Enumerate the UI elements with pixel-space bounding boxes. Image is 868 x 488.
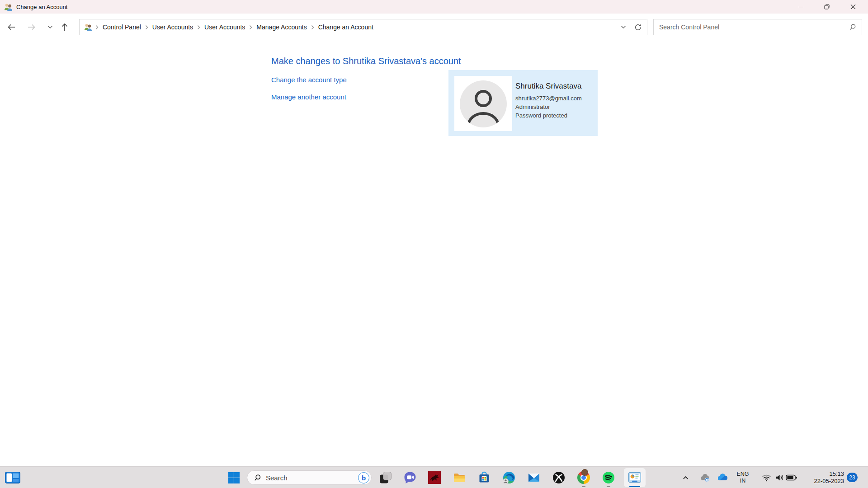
taskbar-app-xbox[interactable]	[550, 469, 568, 487]
chat-icon	[403, 471, 417, 484]
breadcrumb-chevron-icon	[249, 25, 252, 30]
language-indicator[interactable]: ENG IN	[734, 469, 751, 487]
avatar	[460, 80, 507, 127]
back-button[interactable]	[4, 20, 19, 34]
account-protection: Password protected	[515, 111, 596, 120]
restore-button[interactable]	[816, 0, 837, 14]
bing-icon[interactable]: b	[358, 472, 369, 483]
taskbar-app-chrome[interactable]	[575, 469, 593, 487]
close-button[interactable]	[843, 0, 863, 14]
start-button[interactable]	[225, 469, 243, 487]
taskbar-app-control-panel[interactable]	[624, 468, 646, 487]
search-icon[interactable]	[849, 23, 856, 31]
taskbar: Search b	[0, 466, 868, 488]
taskbar-search-label: Search	[266, 474, 358, 482]
clock-time: 15:13	[802, 470, 844, 478]
msi-dragon-icon	[428, 471, 441, 484]
address-bar[interactable]: Control Panel User Accounts User Account…	[79, 19, 647, 35]
account-role: Administrator	[515, 103, 596, 111]
titlebar: Change an Account	[0, 0, 868, 14]
avatar-box	[454, 76, 512, 131]
chrome-running-indicator	[582, 486, 585, 487]
taskbar-app-microsoft-store[interactable]	[475, 469, 493, 487]
taskbar-app-chat[interactable]	[401, 469, 419, 487]
account-email: shrutika2773@gmail.com	[515, 94, 596, 103]
taskbar-app-task-view[interactable]	[377, 469, 395, 487]
language-bottom: IN	[740, 478, 746, 484]
breadcrumb-user-accounts-1[interactable]: User Accounts	[151, 23, 194, 32]
tray-hidden-icons-chevron[interactable]	[679, 469, 692, 487]
file-explorer-icon	[453, 471, 466, 484]
control-panel-active-indicator	[629, 486, 640, 487]
widgets-icon	[5, 472, 20, 483]
notification-count-badge[interactable]: 23	[847, 473, 858, 482]
edge-icon	[502, 471, 516, 484]
user-accounts-icon	[4, 3, 13, 11]
breadcrumb-chevron-icon	[311, 25, 314, 30]
breadcrumb-app-icon	[84, 23, 92, 31]
control-panel-search[interactable]	[653, 19, 862, 35]
chrome-icon	[577, 471, 590, 484]
breadcrumb-user-accounts-2[interactable]: User Accounts	[203, 23, 246, 32]
breadcrumb-control-panel[interactable]: Control Panel	[102, 23, 142, 32]
account-details: Shrutika Srivastava shrutika2773@gmail.c…	[515, 82, 596, 120]
clock[interactable]: 15:13 22-05-2023	[802, 469, 844, 487]
chrome-profile-avatar	[581, 469, 588, 476]
refresh-icon[interactable]	[631, 20, 645, 34]
taskbar-app-file-explorer[interactable]	[450, 469, 468, 487]
minimize-button[interactable]	[790, 0, 811, 14]
widgets-button[interactable]	[3, 469, 23, 487]
account-name: Shrutika Srivastava	[515, 82, 596, 91]
onedrive-icon[interactable]	[715, 469, 728, 487]
main-content: Make changes to Shrutika Srivastava's ac…	[0, 40, 868, 466]
task-view-icon	[379, 471, 392, 484]
spotify-running-indicator	[607, 486, 610, 487]
up-button[interactable]	[57, 20, 72, 34]
wifi-icon[interactable]	[760, 469, 773, 487]
battery-icon[interactable]	[785, 469, 798, 487]
cloud-sync-icon[interactable]	[698, 469, 711, 487]
mail-icon	[527, 471, 541, 484]
taskbar-app-spotify[interactable]	[599, 469, 618, 487]
window-title: Change an Account	[16, 4, 67, 10]
page-title: Make changes to Shrutika Srivastava's ac…	[271, 56, 461, 66]
forward-button[interactable]	[24, 20, 39, 34]
breadcrumb-chevron-icon	[95, 25, 99, 30]
taskbar-app-msi-center[interactable]	[425, 469, 443, 487]
breadcrumb-chevron-icon	[197, 25, 200, 30]
clock-date: 22-05-2023	[802, 478, 844, 485]
navigation-bar: Control Panel User Accounts User Account…	[0, 14, 868, 40]
xbox-icon	[552, 471, 566, 484]
taskbar-app-edge[interactable]	[500, 469, 518, 487]
breadcrumb-change-an-account[interactable]: Change an Account	[317, 23, 374, 32]
spotify-icon	[602, 471, 615, 484]
change-account-type-link[interactable]: Change the account type	[271, 76, 347, 84]
breadcrumb-manage-accounts[interactable]: Manage Accounts	[255, 23, 307, 32]
control-panel-icon	[628, 471, 642, 484]
search-icon	[254, 474, 261, 482]
manage-another-account-link[interactable]: Manage another account	[271, 93, 346, 101]
volume-icon[interactable]	[773, 469, 786, 487]
account-card[interactable]: Shrutika Srivastava shrutika2773@gmail.c…	[448, 70, 598, 136]
taskbar-app-mail[interactable]	[525, 469, 543, 487]
taskbar-search[interactable]: Search b	[247, 470, 372, 485]
address-dropdown-chevron-icon[interactable]	[616, 20, 631, 34]
breadcrumb-chevron-icon	[145, 25, 148, 30]
windows-logo-icon	[228, 472, 240, 484]
language-top: ENG	[736, 471, 749, 478]
search-input[interactable]	[654, 19, 862, 35]
recent-pages-chevron-icon[interactable]	[42, 20, 58, 34]
microsoft-store-icon	[477, 471, 491, 484]
